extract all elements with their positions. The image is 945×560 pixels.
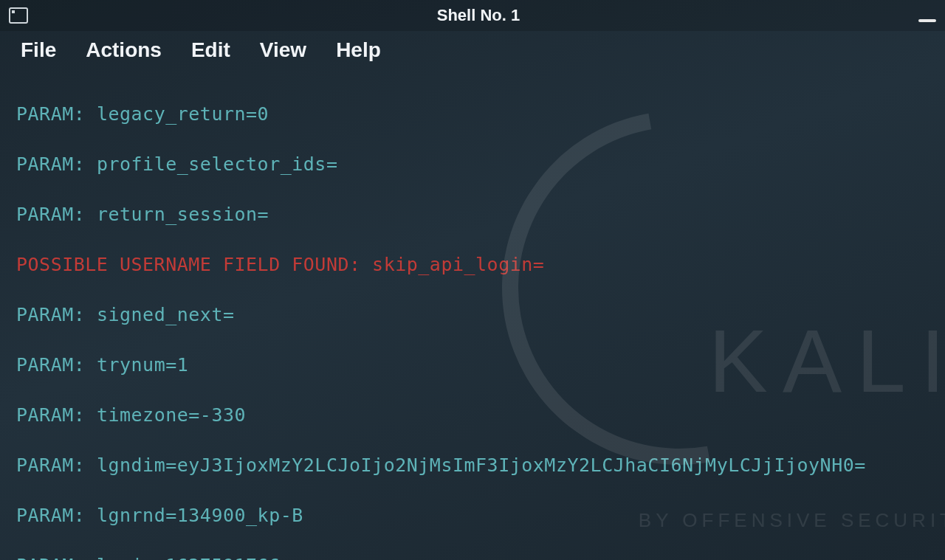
terminal-window: KALI BY OFFENSIVE SECURIT Shell No. 1 Fi… [0, 0, 945, 560]
output-line: PARAM: return_session= [16, 202, 929, 227]
output-line: PARAM: legacy_return=0 [16, 102, 929, 127]
param-value: return_session= [97, 204, 269, 225]
output-line: PARAM: profile_selector_ids= [16, 152, 929, 177]
terminal-icon [9, 7, 28, 24]
output-line: PARAM: lgnrnd=134900_kp-B [16, 503, 929, 528]
window-title: Shell No. 1 [38, 6, 918, 25]
param-label: PARAM: [16, 153, 85, 175]
minimize-button[interactable] [918, 19, 936, 22]
menu-actions[interactable]: Actions [86, 38, 162, 62]
param-label: PARAM: [16, 555, 85, 560]
param-label: PARAM: [16, 103, 85, 125]
menu-edit[interactable]: Edit [191, 38, 230, 62]
output-line: PARAM: lgndim=eyJ3IjoxMzY2LCJoIjo2NjMsIm… [16, 453, 929, 478]
param-label: PARAM: [16, 505, 85, 526]
param-value: lgnrnd=134900_kp-B [97, 505, 303, 526]
param-value: signed_next= [97, 304, 235, 325]
param-value: timezone=-330 [97, 404, 246, 426]
output-line: PARAM: trynum=1 [16, 353, 929, 378]
menubar: File Actions Edit View Help [0, 31, 945, 69]
param-label: PARAM: [16, 454, 85, 476]
menu-view[interactable]: View [260, 38, 306, 62]
param-value: profile_selector_ids= [97, 153, 338, 175]
param-label: PARAM: [16, 404, 85, 426]
menu-file[interactable]: File [21, 38, 56, 62]
alert-line: POSSIBLE USERNAME FIELD FOUND: skip_api_… [16, 252, 929, 277]
param-value: lgnjs=1627591766 [97, 555, 281, 560]
param-label: PARAM: [16, 204, 85, 225]
param-value: legacy_return=0 [97, 103, 269, 125]
param-label: PARAM: [16, 354, 85, 376]
output-line: PARAM: signed_next= [16, 303, 929, 328]
menu-help[interactable]: Help [336, 38, 381, 62]
titlebar[interactable]: Shell No. 1 [0, 0, 945, 31]
output-line: PARAM: lgnjs=1627591766 [16, 553, 929, 560]
window-controls [918, 9, 936, 22]
param-value: trynum=1 [97, 354, 188, 376]
terminal-output[interactable]: PARAM: legacy_return=0 PARAM: profile_se… [0, 69, 945, 560]
param-value: lgndim=eyJ3IjoxMzY2LCJoIjo2NjMsImF3IjoxM… [97, 454, 866, 476]
output-line: PARAM: timezone=-330 [16, 403, 929, 428]
param-label: PARAM: [16, 304, 85, 325]
